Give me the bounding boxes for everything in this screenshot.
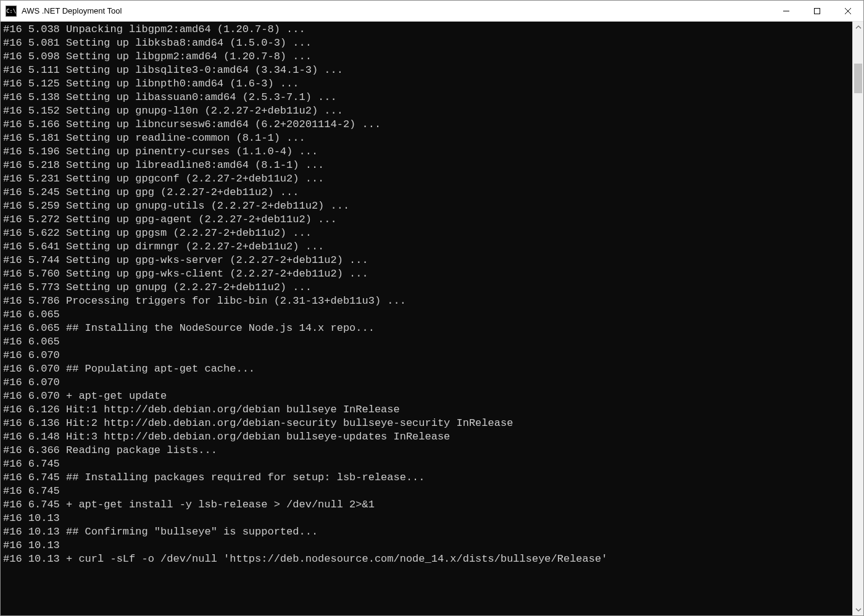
scroll-up-arrow[interactable] (853, 22, 863, 33)
window-title: AWS .NET Deployment Tool (22, 6, 122, 15)
scroll-thumb[interactable] (854, 64, 862, 93)
terminal-container: #16 5.038 Unpacking libgpm2:amd64 (1.20.… (1, 22, 863, 615)
maximize-button[interactable] (802, 1, 833, 21)
maximize-icon (813, 7, 821, 15)
minimize-icon (783, 7, 790, 15)
close-button[interactable] (833, 1, 863, 21)
window-titlebar: C:\ AWS .NET Deployment Tool (1, 1, 863, 22)
vertical-scrollbar[interactable] (852, 22, 863, 615)
app-icon: C:\ (6, 6, 17, 17)
titlebar-left: C:\ AWS .NET Deployment Tool (6, 6, 122, 17)
close-icon (844, 7, 852, 15)
minimize-button[interactable] (771, 1, 802, 21)
terminal-output[interactable]: #16 5.038 Unpacking libgpm2:amd64 (1.20.… (1, 22, 852, 615)
window-controls (771, 1, 863, 21)
chevron-down-icon (855, 607, 862, 613)
scroll-down-arrow[interactable] (853, 604, 863, 615)
chevron-up-icon (855, 24, 862, 30)
svg-rect-1 (815, 8, 820, 14)
